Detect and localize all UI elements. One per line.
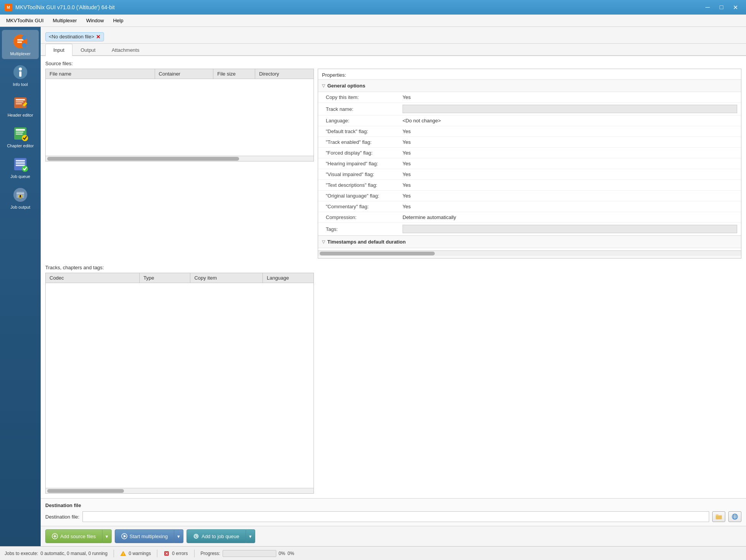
menu-multiplexer[interactable]: Multiplexer (48, 16, 82, 25)
col-copy-item: Copy item (190, 273, 263, 283)
svg-marker-35 (124, 535, 126, 538)
error-icon: ✕ (163, 550, 170, 557)
tracks-left-panel: Tracks, chapters and tags: Codec Type Co… (45, 262, 314, 494)
prop-copy-item-value: Yes (403, 94, 737, 100)
prop-hearing-impaired: "Hearing impaired" flag: Yes (318, 158, 741, 169)
tab-input[interactable]: Input (45, 44, 73, 56)
status-sep-2 (157, 550, 157, 557)
prop-visual-impaired: "Visual impaired" flag: Yes (318, 169, 741, 180)
close-button[interactable]: ✕ (729, 2, 741, 13)
add-queue-button[interactable]: Add to job queue (186, 529, 246, 543)
sidebar: Multiplexer Info tool (0, 27, 41, 546)
svg-point-1 (22, 35, 26, 40)
destination-close-btn[interactable]: ✕ (96, 34, 101, 40)
prop-compression-label: Compression: (326, 214, 403, 220)
svg-point-2 (22, 43, 26, 48)
prop-forced-display-value: Yes (403, 150, 737, 156)
svg-text:✕: ✕ (165, 552, 168, 556)
general-options-header[interactable]: ▽ General options (318, 80, 741, 92)
prop-tags-input[interactable] (403, 225, 737, 233)
properties-panel: ▽ General options Copy this item: Yes Tr… (318, 80, 741, 258)
add-source-dropdown[interactable]: ▾ (102, 529, 112, 543)
timestamps-triangle: ▽ (322, 239, 325, 244)
sidebar-item-chapter-editor[interactable]: Chapter editor (2, 122, 39, 151)
svg-rect-7 (16, 99, 25, 100)
start-mux-button[interactable]: Start multiplexing (115, 529, 175, 543)
sidebar-item-header-editor[interactable]: Header editor (2, 91, 39, 120)
start-mux-dropdown[interactable]: ▾ (174, 529, 183, 543)
svg-text:!: ! (123, 552, 124, 556)
progress-value: 0% (279, 551, 285, 556)
col-codec: Codec (46, 273, 140, 283)
prop-original-language-label: "Original language" flag: (326, 193, 403, 199)
source-files-header: File name Container File size Directory (46, 69, 314, 79)
job-queue-icon (12, 156, 29, 173)
sidebar-item-job-output[interactable]: Job output (2, 183, 39, 212)
prop-original-language: "Original language" flag: Yes (318, 191, 741, 201)
prop-text-descriptions-value: Yes (403, 182, 737, 188)
prop-default-track-label: "Default track" flag: (326, 128, 403, 134)
prop-tags: Tags: (318, 223, 741, 236)
app-icon: M (5, 3, 12, 11)
warnings-segment: ! 0 warnings (120, 550, 151, 557)
content-body: Source files: File name Container File s… (41, 56, 746, 498)
menu-bar: MKVToolNix GUI Multiplexer Window Help (0, 15, 746, 27)
tracks-header: Codec Type Copy item Language (46, 273, 314, 283)
tab-output[interactable]: Output (73, 44, 104, 56)
destination-input[interactable] (83, 511, 709, 522)
col-directory: Directory (255, 69, 314, 79)
prop-track-name-input[interactable] (403, 105, 737, 113)
menu-help[interactable]: Help (109, 16, 128, 25)
prop-compression: Compression: Determine automatically (318, 212, 741, 223)
prop-default-track: "Default track" flag: Yes (318, 126, 741, 137)
col-type: Type (140, 273, 191, 283)
sidebar-item-multiplexer[interactable]: Multiplexer (2, 30, 39, 59)
prop-language-value: <Do not change> (403, 118, 737, 124)
status-bar: Jobs to execute: 0 automatic, 0 manual, … (0, 546, 746, 560)
svg-rect-18 (16, 165, 25, 166)
sidebar-label-job-output: Job output (10, 205, 30, 209)
menu-mkvtoolnix[interactable]: MKVToolNix GUI (2, 16, 48, 25)
prop-track-enabled-label: "Track enabled" flag: (326, 139, 403, 145)
destination-browse-btn[interactable] (712, 511, 725, 522)
timestamps-title: Timestamps and default duration (327, 239, 406, 245)
progress-bar (223, 550, 276, 557)
content-area: <No destination file> ✕ Input Output Att… (41, 27, 746, 546)
col-filename: File name (46, 69, 155, 79)
sidebar-label-chapter-editor: Chapter editor (7, 143, 34, 148)
prop-compression-value: Determine automatically (403, 214, 737, 220)
svg-rect-5 (19, 71, 21, 77)
destination-clear-btn[interactable] (728, 511, 741, 522)
maximize-button[interactable]: □ (715, 2, 728, 13)
warnings-value: 0 warnings (129, 551, 151, 556)
svg-rect-8 (16, 101, 23, 102)
add-queue-dropdown[interactable]: ▾ (246, 529, 255, 543)
globe-icon (731, 513, 738, 520)
sidebar-item-job-queue[interactable]: Job queue (2, 153, 39, 182)
add-icon (52, 533, 58, 539)
job-output-icon (12, 186, 29, 203)
sidebar-item-info-tool[interactable]: Info tool (2, 61, 39, 90)
prop-text-descriptions-label: "Text descriptions" flag: (326, 182, 403, 188)
general-options-title: General options (327, 83, 365, 89)
add-source-group: Add source files ▾ (45, 529, 112, 543)
add-source-button[interactable]: Add source files (45, 529, 102, 543)
destination-section-label: Destination file (45, 502, 741, 508)
source-scrollbar-h[interactable] (46, 156, 314, 161)
svg-rect-16 (16, 160, 25, 161)
add-queue-group: Add to job queue ▾ (186, 529, 255, 543)
tracks-scrollbar-h[interactable] (46, 488, 314, 493)
svg-rect-9 (16, 103, 22, 104)
minimize-button[interactable]: ─ (701, 2, 714, 13)
destination-section: Destination file Destination file: (41, 498, 746, 526)
jobs-value: 0 automatic, 0 manual, 0 running (40, 551, 107, 556)
prop-text-descriptions: "Text descriptions" flag: Yes (318, 180, 741, 191)
prop-language-label: Language: (326, 118, 403, 124)
properties-label: Properties: (318, 69, 741, 80)
svg-rect-11 (16, 129, 25, 131)
timestamps-header[interactable]: ▽ Timestamps and default duration (318, 236, 741, 248)
prop-copy-item-label: Copy this item: (326, 94, 403, 100)
col-filesize: File size (213, 69, 255, 79)
tab-attachments[interactable]: Attachments (104, 44, 147, 56)
menu-window[interactable]: Window (81, 16, 108, 25)
